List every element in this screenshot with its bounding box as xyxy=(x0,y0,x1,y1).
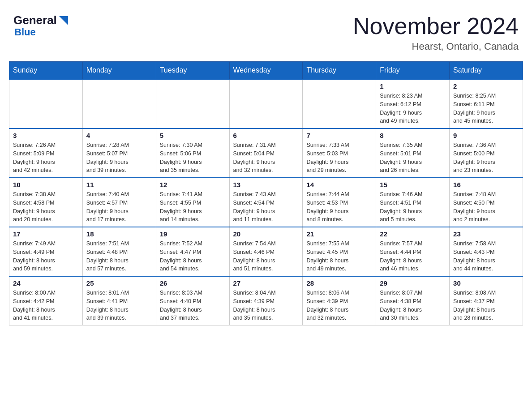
day-info: Sunrise: 8:04 AM Sunset: 4:39 PM Dayligh… xyxy=(233,289,299,322)
calendar-cell: 14Sunrise: 7:44 AM Sunset: 4:53 PM Dayli… xyxy=(303,178,376,227)
calendar-cell: 16Sunrise: 7:48 AM Sunset: 4:50 PM Dayli… xyxy=(450,178,523,227)
calendar-cell: 11Sunrise: 7:40 AM Sunset: 4:57 PM Dayli… xyxy=(82,178,156,227)
day-number: 21 xyxy=(306,230,372,238)
week-row-2: 3Sunrise: 7:26 AM Sunset: 5:09 PM Daylig… xyxy=(9,128,523,178)
day-info: Sunrise: 8:03 AM Sunset: 4:40 PM Dayligh… xyxy=(160,289,226,322)
day-info: Sunrise: 7:44 AM Sunset: 4:53 PM Dayligh… xyxy=(306,190,372,224)
weekday-header-thursday: Thursday xyxy=(303,62,376,80)
day-info: Sunrise: 8:25 AM Sunset: 6:11 PM Dayligh… xyxy=(453,92,519,125)
day-number: 7 xyxy=(306,132,372,139)
svg-marker-0 xyxy=(59,16,68,25)
calendar-table: SundayMondayTuesdayWednesdayThursdayFrid… xyxy=(9,61,523,325)
day-number: 26 xyxy=(160,279,226,287)
calendar-cell: 13Sunrise: 7:43 AM Sunset: 4:54 PM Dayli… xyxy=(229,178,303,227)
calendar-cell xyxy=(156,79,229,128)
day-number: 14 xyxy=(306,181,372,188)
day-info: Sunrise: 7:58 AM Sunset: 4:43 PM Dayligh… xyxy=(453,240,519,273)
day-info: Sunrise: 7:31 AM Sunset: 5:04 PM Dayligh… xyxy=(233,141,299,175)
calendar-cell: 1Sunrise: 8:23 AM Sunset: 6:12 PM Daylig… xyxy=(376,79,450,128)
day-number: 19 xyxy=(160,230,226,238)
calendar-cell: 3Sunrise: 7:26 AM Sunset: 5:09 PM Daylig… xyxy=(9,128,83,178)
day-info: Sunrise: 8:00 AM Sunset: 4:42 PM Dayligh… xyxy=(13,289,79,322)
logo-general-text: General xyxy=(13,13,57,27)
week-row-1: 1Sunrise: 8:23 AM Sunset: 6:12 PM Daylig… xyxy=(9,79,523,128)
logo-triangle-icon xyxy=(57,14,70,27)
day-number: 8 xyxy=(380,132,446,139)
calendar-cell: 20Sunrise: 7:54 AM Sunset: 4:46 PM Dayli… xyxy=(229,227,303,276)
day-info: Sunrise: 7:38 AM Sunset: 4:58 PM Dayligh… xyxy=(13,190,79,224)
day-number: 18 xyxy=(86,230,152,238)
day-number: 17 xyxy=(13,230,79,238)
day-info: Sunrise: 7:52 AM Sunset: 4:47 PM Dayligh… xyxy=(160,240,226,273)
day-number: 10 xyxy=(13,181,79,188)
day-info: Sunrise: 7:28 AM Sunset: 5:07 PM Dayligh… xyxy=(86,141,152,175)
day-number: 15 xyxy=(380,181,446,188)
day-info: Sunrise: 8:23 AM Sunset: 6:12 PM Dayligh… xyxy=(380,92,446,125)
weekday-header-row: SundayMondayTuesdayWednesdayThursdayFrid… xyxy=(9,62,523,80)
day-info: Sunrise: 7:35 AM Sunset: 5:01 PM Dayligh… xyxy=(380,141,446,175)
day-number: 22 xyxy=(380,230,446,238)
day-number: 27 xyxy=(233,279,299,287)
day-info: Sunrise: 8:07 AM Sunset: 4:38 PM Dayligh… xyxy=(380,289,446,322)
day-info: Sunrise: 8:08 AM Sunset: 4:37 PM Dayligh… xyxy=(453,289,519,322)
day-info: Sunrise: 7:57 AM Sunset: 4:44 PM Dayligh… xyxy=(380,240,446,273)
day-number: 3 xyxy=(13,132,79,139)
logo: General Blue xyxy=(13,13,70,38)
calendar-cell: 22Sunrise: 7:57 AM Sunset: 4:44 PM Dayli… xyxy=(376,227,450,276)
weekday-header-sunday: Sunday xyxy=(9,62,83,80)
day-number: 29 xyxy=(380,279,446,287)
logo-blue-text: Blue xyxy=(14,26,36,38)
calendar-cell: 5Sunrise: 7:30 AM Sunset: 5:06 PM Daylig… xyxy=(156,128,229,178)
day-info: Sunrise: 7:41 AM Sunset: 4:55 PM Dayligh… xyxy=(160,190,226,224)
day-number: 12 xyxy=(160,181,226,188)
day-info: Sunrise: 8:01 AM Sunset: 4:41 PM Dayligh… xyxy=(86,289,152,322)
day-number: 5 xyxy=(160,132,226,139)
day-number: 6 xyxy=(233,132,299,139)
page-header: General Blue November 2024 Hearst, Ontar… xyxy=(9,9,523,52)
day-number: 4 xyxy=(86,132,152,139)
title-block: November 2024 Hearst, Ontario, Canada xyxy=(353,13,519,52)
weekday-header-friday: Friday xyxy=(376,62,450,80)
calendar-cell xyxy=(9,79,83,128)
calendar-cell: 15Sunrise: 7:46 AM Sunset: 4:51 PM Dayli… xyxy=(376,178,450,227)
day-info: Sunrise: 7:55 AM Sunset: 4:45 PM Dayligh… xyxy=(306,240,372,273)
calendar-cell: 4Sunrise: 7:28 AM Sunset: 5:07 PM Daylig… xyxy=(82,128,156,178)
calendar-cell: 26Sunrise: 8:03 AM Sunset: 4:40 PM Dayli… xyxy=(156,276,229,325)
day-info: Sunrise: 7:40 AM Sunset: 4:57 PM Dayligh… xyxy=(86,190,152,224)
calendar-cell: 30Sunrise: 8:08 AM Sunset: 4:37 PM Dayli… xyxy=(450,276,523,325)
calendar-cell: 23Sunrise: 7:58 AM Sunset: 4:43 PM Dayli… xyxy=(450,227,523,276)
weekday-header-wednesday: Wednesday xyxy=(229,62,303,80)
calendar-cell: 25Sunrise: 8:01 AM Sunset: 4:41 PM Dayli… xyxy=(82,276,156,325)
calendar-cell xyxy=(303,79,376,128)
day-number: 20 xyxy=(233,230,299,238)
calendar-cell xyxy=(82,79,156,128)
week-row-5: 24Sunrise: 8:00 AM Sunset: 4:42 PM Dayli… xyxy=(9,276,523,325)
day-info: Sunrise: 7:54 AM Sunset: 4:46 PM Dayligh… xyxy=(233,240,299,273)
day-info: Sunrise: 7:46 AM Sunset: 4:51 PM Dayligh… xyxy=(380,190,446,224)
day-info: Sunrise: 7:49 AM Sunset: 4:49 PM Dayligh… xyxy=(13,240,79,273)
day-number: 24 xyxy=(13,279,79,287)
day-info: Sunrise: 8:06 AM Sunset: 4:39 PM Dayligh… xyxy=(306,289,372,322)
day-number: 13 xyxy=(233,181,299,188)
calendar-cell: 10Sunrise: 7:38 AM Sunset: 4:58 PM Dayli… xyxy=(9,178,83,227)
day-info: Sunrise: 7:51 AM Sunset: 4:48 PM Dayligh… xyxy=(86,240,152,273)
day-info: Sunrise: 7:48 AM Sunset: 4:50 PM Dayligh… xyxy=(453,190,519,224)
calendar-cell: 2Sunrise: 8:25 AM Sunset: 6:11 PM Daylig… xyxy=(450,79,523,128)
calendar-cell: 12Sunrise: 7:41 AM Sunset: 4:55 PM Dayli… xyxy=(156,178,229,227)
main-title: November 2024 xyxy=(353,13,519,39)
subtitle: Hearst, Ontario, Canada xyxy=(353,41,519,52)
calendar-cell: 17Sunrise: 7:49 AM Sunset: 4:49 PM Dayli… xyxy=(9,227,83,276)
day-number: 11 xyxy=(86,181,152,188)
day-number: 28 xyxy=(306,279,372,287)
day-number: 25 xyxy=(86,279,152,287)
calendar-cell: 21Sunrise: 7:55 AM Sunset: 4:45 PM Dayli… xyxy=(303,227,376,276)
day-number: 16 xyxy=(453,181,519,188)
calendar-cell: 27Sunrise: 8:04 AM Sunset: 4:39 PM Dayli… xyxy=(229,276,303,325)
calendar-cell: 19Sunrise: 7:52 AM Sunset: 4:47 PM Dayli… xyxy=(156,227,229,276)
week-row-4: 17Sunrise: 7:49 AM Sunset: 4:49 PM Dayli… xyxy=(9,227,523,276)
day-number: 9 xyxy=(453,132,519,139)
weekday-header-monday: Monday xyxy=(82,62,156,80)
calendar-cell: 9Sunrise: 7:36 AM Sunset: 5:00 PM Daylig… xyxy=(450,128,523,178)
day-info: Sunrise: 7:43 AM Sunset: 4:54 PM Dayligh… xyxy=(233,190,299,224)
day-info: Sunrise: 7:30 AM Sunset: 5:06 PM Dayligh… xyxy=(160,141,226,175)
